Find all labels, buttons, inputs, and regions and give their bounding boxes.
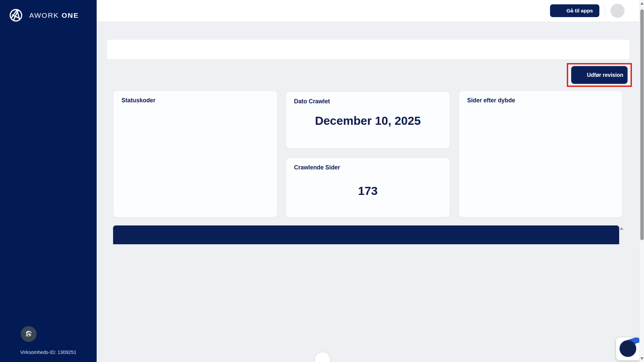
file-search-icon [576, 71, 583, 79]
pages-crawled-card: Crawlende Sider 173 [286, 158, 450, 217]
scrollbar-down-arrow[interactable] [640, 357, 644, 360]
status-codes-card: Statuskoder [113, 91, 278, 217]
status-codes-title: Statuskoder [121, 97, 155, 104]
scrollbar-thumb[interactable] [640, 9, 644, 240]
user-avatar[interactable] [610, 4, 625, 18]
pages-crawled-value: 173 [286, 184, 450, 198]
crawl-results-table [113, 225, 619, 244]
date-crawled-card: Dato Crawlet December 10, 2025 [286, 92, 450, 149]
fingerprint-icon [24, 329, 33, 339]
pages-by-depth-bar-chart [474, 109, 616, 197]
status-codes-donut-chart [136, 107, 234, 205]
fingerprint-button[interactable] [21, 326, 37, 342]
app-logo: AWORK ONE [0, 0, 97, 23]
topbar-divider [605, 5, 605, 16]
pages-by-depth-card: Sider efter dybde [459, 91, 623, 217]
date-crawled-value: December 10, 2025 [286, 114, 450, 127]
run-audit-button[interactable]: Udfør revision [571, 66, 628, 84]
run-audit-highlight-box: Udfør revision [567, 63, 632, 87]
pages-by-depth-title: Sider efter dybde [467, 97, 515, 104]
chat-widget-logo [620, 340, 636, 357]
app-logo-text: AWORK ONE [29, 11, 79, 19]
go-to-apps-button[interactable]: Gå til apps [550, 4, 599, 17]
apps-grid-icon [556, 8, 563, 14]
run-audit-label: Udfør revision [587, 72, 623, 78]
audit-tabs [107, 39, 630, 60]
go-to-apps-label: Gå til apps [566, 8, 593, 14]
date-crawled-title: Dato Crawlet [294, 98, 330, 105]
topbar: Gå til apps [97, 0, 639, 21]
scrollbar-up-arrow[interactable] [640, 2, 644, 5]
window-scrollbar[interactable] [639, 0, 644, 362]
table-header-row [113, 225, 619, 244]
pages-crawled-title: Crawlende Sider [294, 164, 340, 171]
chat-widget-button[interactable] [616, 338, 640, 360]
sidebar: AWORK ONE Virksomheds-ID: 1309251 [0, 0, 97, 362]
floating-logo-watermark [315, 352, 330, 362]
company-id-label: Virksomheds-ID: 1309251 [0, 350, 97, 355]
table-scrollbar-up-arrow[interactable] [620, 227, 624, 230]
awork-logo-icon [8, 7, 24, 23]
